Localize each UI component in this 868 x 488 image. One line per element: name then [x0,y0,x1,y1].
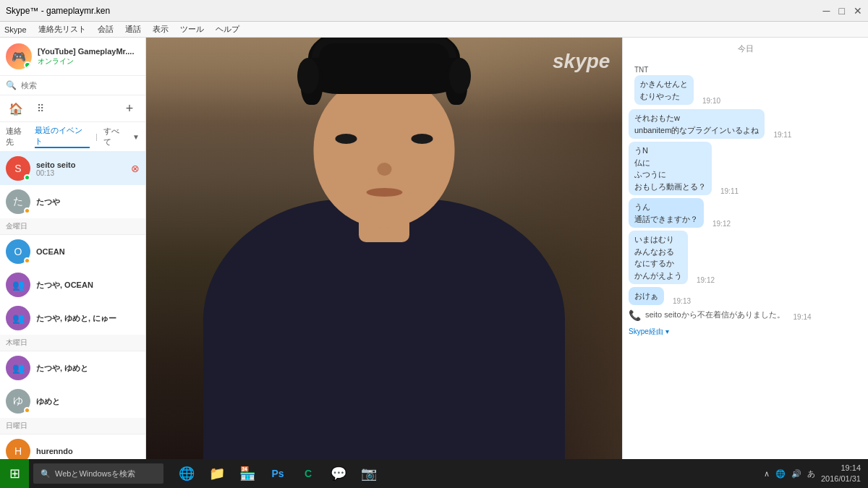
taskbar-right: ∧ 🌐 🔊 あ 19:14 2016/01/31 [757,463,868,485]
mouth [366,188,402,197]
contact-avatar-tatsuya-yumeto-nyu: 👥 [6,306,30,330]
message-group-1: TNT かきんせんとむりやった 19:10 [623,63,868,108]
message-group-6: おけぁ 19:13 [623,286,868,307]
profile-name: [YouTube] GameplayMr.... [38,46,140,56]
contact-info-tatsuya-yumeto-nyu: たつや, ゆめと, にゅー [36,313,140,324]
search-input[interactable] [21,81,140,90]
contact-avatar-tatsuya: た [6,189,30,214]
taskbar-date: 2016/01/31 [821,474,861,484]
maximize-button[interactable]: □ [839,5,845,17]
contacts-tabs: 連絡先 最近のイベント | すべて ▼ [0,122,145,152]
start-button[interactable]: ⊞ [0,459,29,488]
menu-call[interactable]: 通話 [125,24,141,35]
status-dot-seito [24,174,30,181]
message-bubble-1: かきんせんとむりやった [634,75,694,105]
message-bubble-3: うN仏にふつうにおもしろ動画とる？ [629,142,712,195]
missed-call-time: 19:14 [793,313,812,321]
contact-info-tatsuya-yumeto: たつや, ゆめと [36,363,140,374]
contact-name-tatsuya: たつや [36,197,140,207]
contact-avatar-seito: S [6,156,30,181]
search-bar[interactable]: 🔍 [0,76,145,95]
taskbar-icon-camera[interactable]: 📷 [354,459,383,488]
tab-all[interactable]: すべて [103,126,127,147]
call-icon: 📞 [629,309,641,321]
message-time-1: 19:10 [702,97,720,105]
message-time-5: 19:12 [697,276,715,284]
contact-avatar-yumeto: ゆ [6,389,30,414]
taskbar-icon-photoshop[interactable]: Ps [263,459,292,488]
tab-contacts[interactable]: 連絡先 [6,126,29,147]
contact-name-yumeto: ゆめと [36,396,140,407]
menu-contacts-list[interactable]: 連絡先リスト [38,24,86,35]
tab-recent[interactable]: 最近のイベント [35,125,90,148]
section-thursday: 木曜日 [0,335,145,351]
menu-conversation[interactable]: 会話 [98,24,114,35]
menu-help[interactable]: ヘルプ [216,24,239,35]
headphone-band [312,38,456,58]
taskbar-tray-arrow[interactable]: ∧ [764,469,770,479]
minimize-button[interactable]: ─ [823,5,830,17]
chat-messages: TNT かきんせんとむりやった 19:10 それおもたwunbanitem的なプ… [623,60,868,465]
contact-avatar-tatsuya-yumeto: 👥 [6,356,30,380]
svg-text:skype: skype [553,50,610,72]
contact-info-ocean: OCEAN [36,247,140,256]
message-row-2: それおもたwunbanitem的なプラグインいるよね 19:11 [629,109,862,139]
eye-right [412,134,433,144]
taskbar-icon-explorer[interactable]: 📁 [203,459,231,488]
taskbar-search[interactable]: 🔍 WebとWindowsを検索 [33,463,163,484]
taskbar-icon-unknown[interactable]: C [294,459,323,488]
taskbar-ime[interactable]: あ [807,468,815,479]
contact-name-ocean: OCEAN [36,247,140,256]
status-dot-yumeto [24,407,30,414]
home-icon[interactable]: 🏠 [6,98,26,119]
profile-area[interactable]: 🎮 [YouTube] GameplayMr.... オンライン [0,38,145,76]
taskbar-time: 19:14 [821,463,861,474]
status-dot-ocean [24,257,30,264]
sidebar: 🎮 [YouTube] GameplayMr.... オンライン 🔍 🏠 ⠿ +… [0,38,146,488]
title-bar-title: Skype™ - gameplaymr.ken [6,6,110,16]
contact-item-seito[interactable]: S seito seito 00:13 ⊗ [0,152,145,185]
contact-list: S seito seito 00:13 ⊗ た たつや 金曜日 [0,152,145,488]
tab-arrow-icon[interactable]: ▼ [132,133,140,141]
menu-bar: Skype 連絡先リスト 会話 通話 表示 ツール ヘルプ [0,22,868,38]
taskbar-volume-icon[interactable]: 🔊 [791,469,801,479]
contact-item-tatsuya-yumeto-nyu[interactable]: 👥 たつや, ゆめと, にゅー [0,301,145,335]
close-button[interactable]: ✕ [854,5,862,17]
more-icon[interactable]: ⠿ [30,98,51,119]
message-row-3: うN仏にふつうにおもしろ動画とる？ 19:11 [629,142,862,195]
taskbar-icon-store[interactable]: 🏪 [233,459,262,488]
contact-item-tatsuya[interactable]: た たつや [0,185,145,218]
add-icon[interactable]: + [119,98,140,119]
message-row-5: いまはむりみんなおるなにするかかんがえよう 19:12 [629,231,862,284]
taskbar-icon-skype[interactable]: 💬 [324,459,353,488]
taskbar-icons: 🌐 📁 🏪 Ps C 💬 📷 [172,459,383,488]
section-friday: 金曜日 [0,218,145,235]
message-bubble-wrap-1: かきんせんとむりやった 19:10 [634,75,856,105]
skype-watermark: skype [553,49,610,77]
search-icon: 🔍 [6,80,17,90]
nose [377,163,391,176]
contact-item-yumeto[interactable]: ゆ ゆめと [0,385,145,418]
missed-call-row: 📞 seito seitoから不在着信がありました。 19:14 [623,307,868,324]
contact-item-ocean[interactable]: O OCEAN [0,235,145,268]
message-bubble-5: いまはむりみんなおるなにするかかんがえよう [629,231,688,284]
menu-skype[interactable]: Skype [4,25,27,34]
message-group-5: いまはむりみんなおるなにするかかんがえよう 19:12 [623,229,868,286]
message-time-6: 19:13 [673,297,691,305]
message-row-6: おけぁ 19:13 [629,287,862,305]
nav-icons: 🏠 ⠿ + [0,95,145,122]
chat-panel: 今日 TNT かきんせんとむりやった 19:10 それおもたwu [622,38,868,488]
message-time-4: 19:12 [712,220,731,228]
taskbar-search-icon: 🔍 [41,469,51,479]
menu-view[interactable]: 表示 [153,24,169,35]
skype-via[interactable]: Skype経由 ▾ [623,324,868,340]
contact-name-seito: seito seito [36,160,125,169]
profile-info: [YouTube] GameplayMr.... オンライン [38,46,140,67]
app-body: 🎮 [YouTube] GameplayMr.... オンライン 🔍 🏠 ⠿ +… [0,38,868,488]
taskbar-icon-edge[interactable]: 🌐 [172,459,201,488]
contact-item-tatsuya-yumeto[interactable]: 👥 たつや, ゆめと [0,351,145,385]
contact-item-tatsuya-ocean[interactable]: 👥 たつや, OCEAN [0,268,145,301]
contact-name-tatsuya-ocean: たつや, OCEAN [36,280,140,291]
menu-tools[interactable]: ツール [180,24,204,35]
video-area: skype [146,38,622,488]
